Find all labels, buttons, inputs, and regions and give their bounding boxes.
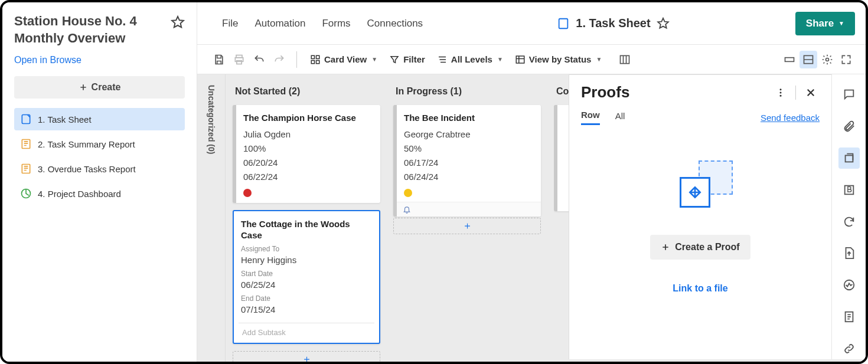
chevron-down-icon: ▼	[838, 20, 844, 27]
levels-label: All Levels	[451, 54, 492, 64]
refresh-icon[interactable]	[838, 211, 860, 232]
link-icon[interactable]	[838, 338, 860, 359]
card-assignee: George Crabtree	[404, 127, 534, 142]
create-proof-label: Create a Proof	[675, 242, 739, 252]
status-dot-icon	[243, 189, 252, 197]
bell-icon	[403, 205, 411, 214]
view-by-selector[interactable]: View by Status ▼	[510, 52, 607, 67]
svg-rect-4	[559, 18, 568, 28]
link-to-file-button[interactable]: Link to a file	[673, 283, 727, 294]
plus-icon: ＋	[462, 219, 472, 232]
view-label: Card View	[324, 54, 367, 64]
full-layout-icon[interactable]	[800, 51, 817, 68]
card-title: The Bee Incident	[404, 112, 534, 124]
column-header: Not Started (2)	[233, 81, 380, 105]
card-end: 06/24/24	[404, 170, 534, 184]
attachments-icon[interactable]	[838, 116, 860, 137]
main-area: File Automation Forms Connections 1. Tas…	[197, 2, 866, 362]
comments-icon[interactable]	[838, 84, 860, 105]
menu-automation[interactable]: Automation	[246, 13, 314, 34]
plus-icon	[79, 83, 88, 92]
tab-all[interactable]: All	[615, 111, 625, 124]
proofs-panel: Proofs Row All Send feedback	[569, 74, 831, 359]
redo-icon[interactable]	[270, 51, 288, 68]
sidebar-item-task-sheet[interactable]: 1. Task Sheet	[14, 108, 185, 130]
proofs-icon[interactable]	[838, 147, 860, 169]
svg-point-17	[780, 88, 782, 90]
open-in-browse-link[interactable]: Open in Browse	[14, 55, 81, 65]
card-start: 06/25/24	[241, 278, 372, 292]
sheet-name: 1. Task Sheet	[576, 17, 650, 30]
sheet-icon	[557, 17, 570, 30]
menu-forms[interactable]: Forms	[314, 13, 358, 34]
print-icon[interactable]	[230, 51, 248, 68]
favorite-sheet-button[interactable]	[657, 17, 670, 30]
sidebar: Station House No. 4 Monthly Overview Ope…	[2, 2, 197, 362]
send-feedback-link[interactable]: Send feedback	[761, 113, 820, 123]
toolbar: Card View ▼ Filter All Levels ▼ View by …	[197, 45, 866, 74]
fullscreen-icon[interactable]	[837, 51, 855, 68]
summary-icon[interactable]	[838, 306, 860, 327]
divider	[296, 51, 297, 68]
add-subtask-input[interactable]: Add Subtask	[239, 323, 374, 337]
column-header: In Progress (1)	[393, 81, 541, 105]
svg-rect-10	[311, 60, 314, 63]
sheet-icon	[20, 113, 32, 125]
activity-icon[interactable]	[838, 274, 860, 296]
menu-connections[interactable]: Connections	[359, 13, 432, 34]
svg-rect-8	[311, 55, 314, 58]
levels-selector[interactable]: All Levels ▼	[432, 52, 508, 67]
create-proof-button[interactable]: Create a Proof	[650, 235, 750, 260]
svg-rect-11	[316, 60, 319, 63]
create-button[interactable]: Create	[14, 76, 185, 99]
svg-point-16	[826, 58, 829, 61]
settings-icon[interactable]	[818, 51, 836, 68]
brandfolder-icon[interactable]	[838, 179, 860, 201]
card-assignee: Henry Higgins	[241, 253, 372, 267]
card-start: 06/20/24	[243, 156, 373, 170]
export-icon[interactable]	[838, 242, 860, 264]
filter-icon	[389, 54, 400, 65]
sidebar-item-label: 1. Task Sheet	[38, 114, 92, 124]
card-cottage-woods[interactable]: The Cottage in the Woods Case Assigned T…	[233, 210, 380, 344]
compact-layout-icon[interactable]	[781, 51, 798, 68]
sidebar-item-summary-report[interactable]: 2. Task Summary Report	[14, 133, 185, 155]
favorite-workspace-button[interactable]	[171, 15, 185, 29]
card-bee-incident[interactable]: The Bee Incident George Crabtree 50% 06/…	[393, 105, 541, 217]
more-icon[interactable]	[772, 84, 789, 101]
card-percent: 50%	[404, 142, 534, 156]
column-in-progress: In Progress (1) The Bee Incident George …	[393, 81, 541, 362]
save-icon[interactable]	[210, 51, 228, 68]
share-button[interactable]: Share ▼	[795, 12, 855, 35]
columns-icon[interactable]	[616, 51, 634, 68]
card-champion-horse[interactable]: The Champion Horse Case Julia Ogden 100%…	[233, 105, 380, 203]
filter-button[interactable]: Filter	[384, 52, 430, 67]
workspace-title: Station House No. 4 Monthly Overview	[14, 13, 171, 47]
levels-icon	[437, 54, 448, 65]
menu-file[interactable]: File	[214, 13, 246, 34]
column-not-started: Not Started (2) The Champion Horse Case …	[233, 81, 380, 362]
card-title: The Cottage in the Woods Case	[241, 218, 372, 241]
view-by-label: View by Status	[529, 54, 592, 64]
report-icon	[20, 163, 32, 175]
uncategorized-rail[interactable]: Uncategorized (0)	[197, 74, 226, 362]
chevron-down-icon: ▼	[497, 56, 503, 63]
view-switcher[interactable]: Card View ▼	[305, 52, 382, 67]
share-label: Share	[806, 18, 834, 29]
svg-point-19	[780, 94, 782, 96]
svg-rect-20	[845, 155, 853, 162]
plus-icon: ＋	[302, 352, 312, 362]
sidebar-item-overdue-report[interactable]: 3. Overdue Tasks Report	[14, 158, 185, 180]
add-card-button[interactable]: ＋	[233, 351, 380, 362]
undo-icon[interactable]	[250, 51, 268, 68]
report-icon	[20, 138, 32, 150]
filter-label: Filter	[403, 54, 425, 64]
card-view-icon	[310, 54, 321, 65]
reminder-row[interactable]	[397, 202, 541, 217]
add-card-button[interactable]: ＋	[393, 218, 541, 234]
card-title: The Champion Horse Case	[243, 112, 373, 124]
sidebar-item-dashboard[interactable]: 4. Project Dashboard	[14, 182, 185, 205]
close-icon[interactable]	[802, 84, 820, 101]
tab-row[interactable]: Row	[581, 110, 600, 125]
dashboard-icon	[20, 188, 32, 199]
